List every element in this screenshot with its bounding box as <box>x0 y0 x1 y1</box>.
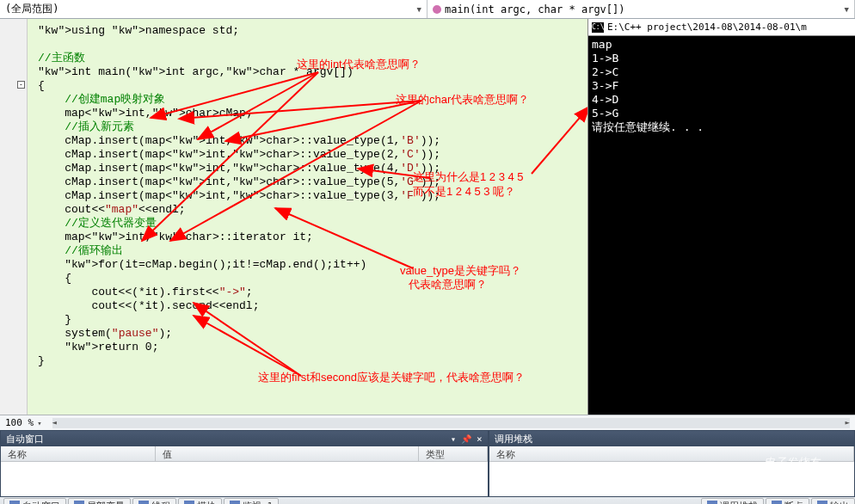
tabs-left: 自动窗口局部变量线程模块监视 1 <box>0 498 279 505</box>
console-titlebar[interactable]: C:\ E:\C++ project\2014-08\2014-08-01\m <box>588 19 855 36</box>
scope-bar: (全局范围) ▼ main(int argc, char * argv[]) ▼ <box>0 0 855 19</box>
zoom-level[interactable]: 100 % <box>5 417 34 428</box>
tab-icon <box>230 501 240 504</box>
tab-icon <box>184 501 194 504</box>
zoom-bar: 100 % ▾ <box>0 415 855 430</box>
footer-tab[interactable]: 线程 <box>132 498 176 505</box>
cmd-icon: C:\ <box>592 22 604 33</box>
footer-tab[interactable]: 模块 <box>178 498 222 505</box>
tab-icon <box>817 501 827 504</box>
console-window: C:\ E:\C++ project\2014-08\2014-08-01\m … <box>588 19 855 415</box>
autos-panel-title[interactable]: 自动窗口 ▾ 📌 × <box>1 431 488 446</box>
footer-tabs: 自动窗口局部变量线程模块监视 1 调用堆栈断点输出 <box>0 497 855 504</box>
editor-gutter: - <box>0 19 28 415</box>
footer-tab[interactable]: 调用堆栈 <box>701 498 764 505</box>
footer-tab[interactable]: 输出 <box>811 498 855 505</box>
pin-icon[interactable]: ▾ 📌 <box>451 434 471 444</box>
function-dropdown[interactable]: main(int argc, char * argv[]) ▼ <box>428 0 855 18</box>
horizontal-scrollbar[interactable] <box>52 418 850 428</box>
tab-icon <box>9 501 20 504</box>
footer-tab[interactable]: 监视 1 <box>224 498 279 505</box>
tab-icon <box>772 501 782 504</box>
autos-body[interactable] <box>1 462 488 496</box>
chevron-down-icon: ▼ <box>845 5 849 14</box>
col-type[interactable]: 类型 <box>419 446 488 461</box>
code-content[interactable]: "kw">using "kw">namespace std; //主函数 "kw… <box>28 19 587 415</box>
footer-tab[interactable]: 局部变量 <box>68 498 131 505</box>
watermark: 电子发烧友 www.elecfans.com <box>743 455 846 483</box>
footer-tab[interactable]: 断点 <box>766 498 809 505</box>
main-area: - "kw">using "kw">namespace std; //主函数 "… <box>0 19 855 415</box>
console-output: map 1->B 2->C 3->F 4->D 5->G 请按任意键继续. . … <box>588 36 855 415</box>
console-title-text: E:\C++ project\2014-08\2014-08-01\m <box>607 22 807 33</box>
fold-toggle-icon[interactable]: - <box>17 81 25 89</box>
function-icon <box>433 5 441 14</box>
flame-icon <box>740 458 761 480</box>
code-editor[interactable]: - "kw">using "kw">namespace std; //主函数 "… <box>0 19 588 415</box>
col-name[interactable]: 名称 <box>1 446 156 461</box>
col-value[interactable]: 值 <box>156 446 419 461</box>
autos-header: 名称 值 类型 <box>1 446 488 462</box>
tab-icon <box>74 501 84 504</box>
close-icon[interactable]: × <box>477 433 483 445</box>
bottom-panels: 自动窗口 ▾ 📌 × 名称 值 类型 调用堆栈 名称 <box>0 430 855 497</box>
scope-dropdown[interactable]: (全局范围) ▼ <box>0 0 428 18</box>
callstack-panel-title[interactable]: 调用堆栈 <box>489 431 854 446</box>
tabs-right: 调用堆栈断点输出 <box>684 498 855 505</box>
tab-icon <box>138 501 149 504</box>
tab-icon <box>707 501 717 504</box>
chevron-down-icon: ▼ <box>417 5 421 14</box>
footer-tab[interactable]: 自动窗口 <box>3 498 66 505</box>
function-label: main(int argc, char * argv[]) <box>445 3 625 15</box>
scope-label: (全局范围) <box>5 2 58 16</box>
autos-panel: 自动窗口 ▾ 📌 × 名称 值 类型 <box>0 430 489 497</box>
zoom-chevron-icon[interactable]: ▾ <box>37 419 41 427</box>
